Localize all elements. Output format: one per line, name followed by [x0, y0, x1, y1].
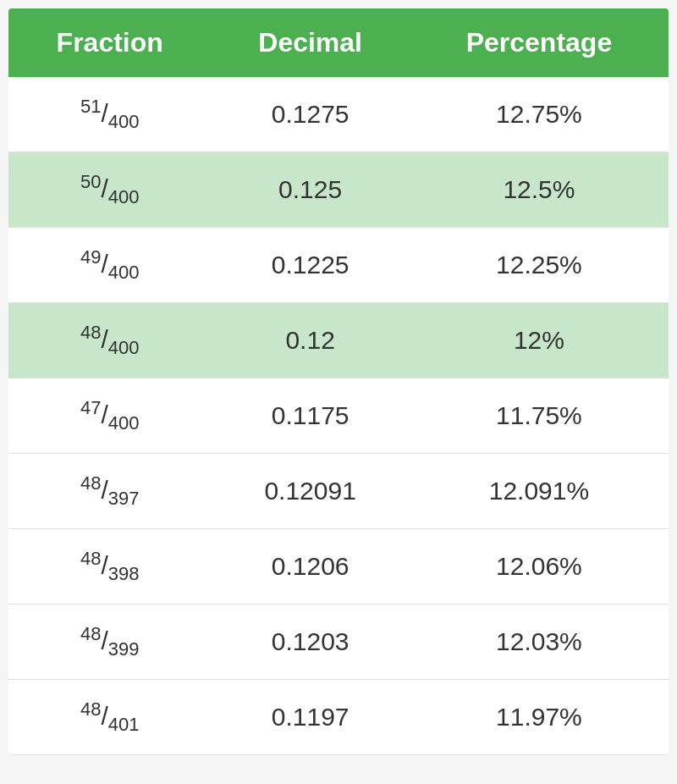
- table-row: 51/4000.127512.75%: [8, 77, 669, 152]
- decimal-cell: 0.1206: [211, 529, 409, 605]
- percentage-cell: 12.75%: [410, 77, 669, 152]
- fraction-cell: 48/400: [8, 303, 211, 378]
- fraction-cell: 48/398: [8, 529, 211, 605]
- percentage-cell: 11.75%: [410, 378, 669, 454]
- percentage-cell: 12.25%: [410, 228, 669, 303]
- table-row: 48/3990.120312.03%: [8, 605, 669, 680]
- table-row: 48/4010.119711.97%: [8, 680, 669, 755]
- table-row: 48/4000.1212%: [8, 303, 669, 378]
- decimal-cell: 0.12: [211, 303, 409, 378]
- fraction-cell: 51/400: [8, 77, 211, 152]
- header-fraction: Fraction: [8, 8, 211, 77]
- percentage-cell: 12.091%: [410, 454, 669, 529]
- fraction-cell: 48/399: [8, 605, 211, 680]
- decimal-cell: 0.1275: [211, 77, 409, 152]
- decimal-cell: 0.1225: [211, 228, 409, 303]
- fraction-cell: 50/400: [8, 152, 211, 228]
- percentage-cell: 12.5%: [410, 152, 669, 228]
- decimal-cell: 0.125: [211, 152, 409, 228]
- percentage-cell: 12%: [410, 303, 669, 378]
- table-row: 50/4000.12512.5%: [8, 152, 669, 228]
- fraction-cell: 48/401: [8, 680, 211, 755]
- decimal-cell: 0.12091: [211, 454, 409, 529]
- percentage-cell: 11.97%: [410, 680, 669, 755]
- fraction-table: Fraction Decimal Percentage 51/4000.1275…: [8, 8, 669, 755]
- table-row: 47/4000.117511.75%: [8, 378, 669, 454]
- table-header-row: Fraction Decimal Percentage: [8, 8, 669, 77]
- fraction-table-container: Fraction Decimal Percentage 51/4000.1275…: [8, 8, 669, 755]
- header-decimal: Decimal: [211, 8, 409, 77]
- decimal-cell: 0.1175: [211, 378, 409, 454]
- table-row: 49/4000.122512.25%: [8, 228, 669, 303]
- percentage-cell: 12.03%: [410, 605, 669, 680]
- fraction-cell: 49/400: [8, 228, 211, 303]
- percentage-cell: 12.06%: [410, 529, 669, 605]
- header-percentage: Percentage: [410, 8, 669, 77]
- fraction-cell: 47/400: [8, 378, 211, 454]
- table-row: 48/3970.1209112.091%: [8, 454, 669, 529]
- decimal-cell: 0.1197: [211, 680, 409, 755]
- fraction-cell: 48/397: [8, 454, 211, 529]
- table-row: 48/3980.120612.06%: [8, 529, 669, 605]
- decimal-cell: 0.1203: [211, 605, 409, 680]
